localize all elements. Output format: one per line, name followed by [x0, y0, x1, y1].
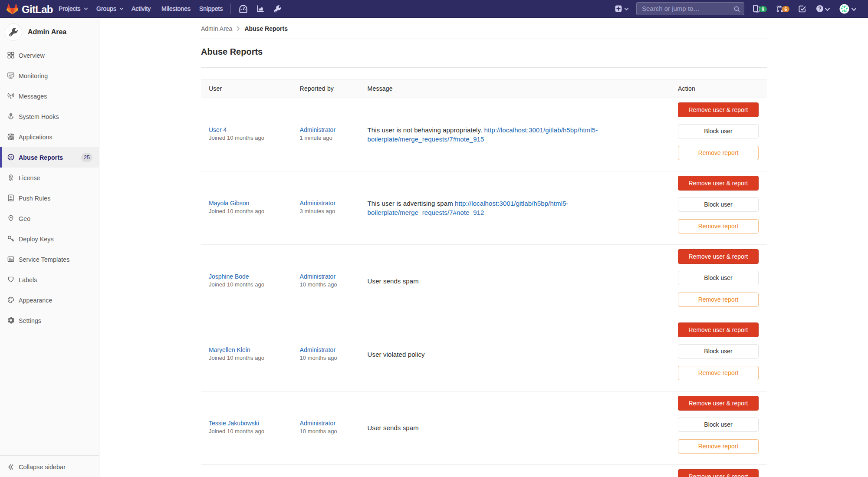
- svg-text:?: ?: [818, 6, 822, 12]
